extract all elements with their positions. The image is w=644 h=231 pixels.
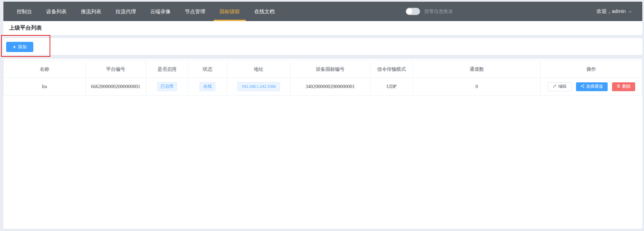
nav-tab-node-manage[interactable]: 节点管理 <box>178 2 212 21</box>
table-row: lin 66620000002000000001 已启用 在线 192.168.… <box>4 78 642 96</box>
table-header-row: 名称 平台编号 是否启用 状态 地址 设备国标编号 信令传输模式 通道数 操作 <box>4 61 642 78</box>
nav-tab-pull-proxy[interactable]: 拉流代理 <box>108 2 143 21</box>
cell-platform-id: 66620000002000000001 <box>85 78 146 96</box>
delete-button[interactable]: 删除 <box>612 82 635 91</box>
cell-channels: 0 <box>413 78 541 96</box>
edit-button[interactable]: 编辑 <box>548 82 572 91</box>
pencil-icon <box>553 84 557 89</box>
user-menu[interactable]: 欢迎，admin <box>596 2 642 21</box>
platform-table: 名称 平台编号 是否启用 状态 地址 设备国标编号 信令传输模式 通道数 操作 … <box>3 61 642 96</box>
nav-tab-gb-cascade[interactable]: 国标级联 <box>212 2 247 21</box>
select-channel-button[interactable]: 选择通道 <box>576 82 608 91</box>
cell-actions: 编辑 <box>541 78 642 96</box>
title-bar: 上级平台列表 <box>3 21 642 35</box>
col-header-status: 状态 <box>188 61 227 78</box>
section-gap <box>3 55 642 59</box>
col-header-transport: 信令传输模式 <box>370 61 413 78</box>
page-frame: 控制台 设备列表 推流列表 拉流代理 云端录像 节点管理 国标级联 在线文档 报… <box>3 2 642 229</box>
select-channel-button-label: 选择通道 <box>586 84 603 89</box>
add-button-label: 添加 <box>18 44 27 50</box>
cell-transport: UDP <box>370 78 413 96</box>
nav-tab-cloud-record[interactable]: 云端录像 <box>143 2 178 21</box>
page-title: 上级平台列表 <box>9 24 42 32</box>
welcome-text: 欢迎，admin <box>596 8 626 15</box>
col-header-actions: 操作 <box>541 61 642 78</box>
alarm-push-toggle[interactable] <box>406 8 420 15</box>
nav-tab-push-list[interactable]: 推流列表 <box>74 2 108 21</box>
share-icon <box>580 84 585 89</box>
nav-tab-device-list[interactable]: 设备列表 <box>39 2 74 21</box>
cell-device-gb-id: 34020000002000000001 <box>290 78 370 96</box>
cell-address: 192.168.1.242:1506 <box>227 78 290 96</box>
col-header-address: 地址 <box>227 61 290 78</box>
col-header-platform-id: 平台编号 <box>85 61 146 78</box>
nav-tab-console[interactable]: 控制台 <box>10 2 39 21</box>
address-badge[interactable]: 192.168.1.242:1506 <box>237 82 280 91</box>
section-gap <box>3 35 642 38</box>
cell-status: 在线 <box>188 78 227 96</box>
status-badge: 在线 <box>199 82 215 91</box>
col-header-device-gb-id: 设备国标编号 <box>290 61 370 78</box>
alarm-push-label: 报警信息推送 <box>424 9 453 15</box>
delete-button-label: 删除 <box>622 84 631 89</box>
add-button[interactable]: + 添加 <box>6 42 33 52</box>
col-header-name: 名称 <box>4 61 86 78</box>
top-nav: 控制台 设备列表 推流列表 拉流代理 云端录像 节点管理 国标级联 在线文档 报… <box>3 2 642 21</box>
nav-tab-online-docs[interactable]: 在线文档 <box>247 2 282 21</box>
cell-name: lin <box>4 78 86 96</box>
cell-enabled: 已启用 <box>146 78 188 96</box>
chevron-down-icon <box>628 9 632 15</box>
alarm-push-group: 报警信息推送 <box>406 2 453 21</box>
enabled-badge: 已启用 <box>157 82 177 91</box>
edit-button-label: 编辑 <box>558 84 567 89</box>
platform-table-card: 名称 平台编号 是否启用 状态 地址 设备国标编号 信令传输模式 通道数 操作 … <box>3 59 642 229</box>
plus-icon: + <box>13 45 16 49</box>
toolbar: + 添加 <box>3 38 642 55</box>
toggle-knob <box>406 9 412 14</box>
col-header-enabled: 是否启用 <box>146 61 188 78</box>
trash-icon <box>616 84 621 89</box>
col-header-channels: 通道数 <box>413 61 541 78</box>
